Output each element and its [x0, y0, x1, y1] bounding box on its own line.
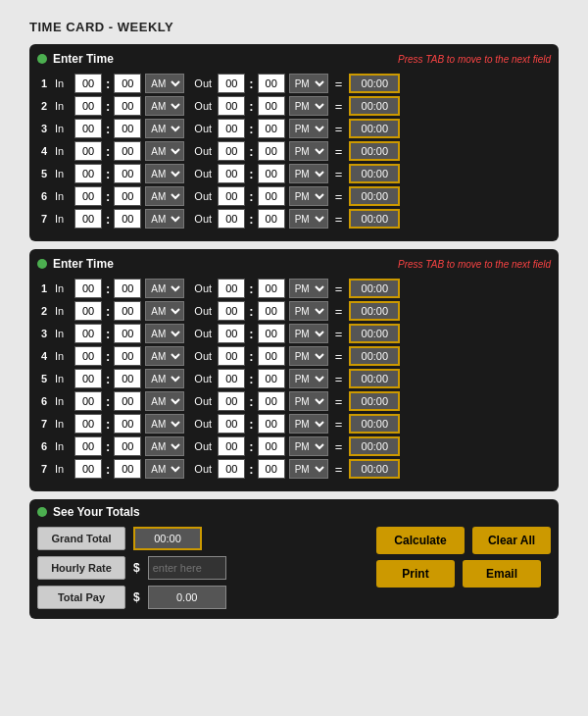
in-hour-input[interactable]	[74, 96, 102, 116]
in-hour-input[interactable]	[74, 119, 102, 138]
in-hour-input[interactable]	[74, 74, 102, 93]
out-ampm-select[interactable]: AM PM	[289, 414, 328, 434]
in-hour-input[interactable]	[74, 164, 102, 183]
in-minute-input[interactable]	[114, 186, 141, 206]
in-minute-input[interactable]	[114, 96, 141, 116]
in-minute-input[interactable]	[114, 346, 141, 366]
out-ampm-select[interactable]: AM PM	[289, 186, 328, 206]
out-minute-input[interactable]	[258, 414, 285, 434]
out-ampm-select[interactable]: AM PM	[289, 459, 328, 479]
in-hour-input[interactable]	[74, 369, 102, 388]
out-minute-input[interactable]	[258, 346, 285, 366]
clear-all-button[interactable]: Clear All	[472, 527, 551, 554]
out-ampm-select[interactable]: AM PM	[289, 164, 328, 183]
out-hour-input[interactable]	[218, 119, 245, 138]
in-minute-input[interactable]	[114, 209, 141, 229]
in-ampm-select[interactable]: AM PM	[145, 369, 184, 388]
in-hour-input[interactable]	[74, 391, 102, 411]
in-minute-input[interactable]	[114, 459, 141, 479]
out-hour-input[interactable]	[218, 186, 245, 206]
in-hour-input[interactable]	[74, 459, 102, 479]
out-minute-input[interactable]	[258, 96, 285, 116]
out-minute-input[interactable]	[258, 369, 285, 388]
in-ampm-select[interactable]: AM PM	[145, 119, 184, 138]
out-minute-input[interactable]	[258, 459, 285, 479]
in-ampm-select[interactable]: AM PM	[145, 324, 184, 343]
in-hour-input[interactable]	[74, 346, 102, 366]
out-hour-input[interactable]	[218, 324, 245, 343]
in-hour-input[interactable]	[74, 186, 102, 206]
out-minute-input[interactable]	[258, 324, 285, 343]
in-minute-input[interactable]	[114, 74, 141, 93]
out-hour-input[interactable]	[218, 141, 245, 161]
out-hour-input[interactable]	[218, 391, 245, 411]
out-ampm-select[interactable]: AM PM	[289, 209, 328, 229]
print-button[interactable]: Print	[376, 560, 455, 588]
in-ampm-select[interactable]: AM PM	[145, 436, 184, 456]
out-ampm-select[interactable]: AM PM	[289, 324, 328, 343]
in-minute-input[interactable]	[114, 369, 141, 388]
out-minute-input[interactable]	[258, 186, 285, 206]
in-ampm-select[interactable]: AM PM	[145, 279, 184, 298]
in-ampm-select[interactable]: AM PM	[145, 141, 184, 161]
out-hour-input[interactable]	[218, 459, 245, 479]
in-hour-input[interactable]	[74, 141, 102, 161]
email-button[interactable]: Email	[463, 560, 541, 588]
out-ampm-select[interactable]: AM PM	[289, 96, 328, 116]
in-ampm-select[interactable]: AM PM	[145, 459, 184, 479]
out-ampm-select[interactable]: AM PM	[289, 74, 328, 93]
in-hour-input[interactable]	[74, 324, 102, 343]
in-ampm-select[interactable]: AM PM	[145, 391, 184, 411]
in-ampm-select[interactable]: AM PM	[145, 346, 184, 366]
out-hour-input[interactable]	[218, 436, 245, 456]
out-ampm-select[interactable]: AM PM	[289, 346, 328, 366]
out-ampm-select[interactable]: AM PM	[289, 301, 328, 321]
in-ampm-select[interactable]: AM PM	[145, 209, 184, 229]
in-ampm-select[interactable]: AM PM	[145, 186, 184, 206]
out-hour-input[interactable]	[218, 414, 245, 434]
out-minute-input[interactable]	[258, 301, 285, 321]
out-minute-input[interactable]	[258, 391, 285, 411]
hourly-rate-input[interactable]	[148, 556, 226, 580]
in-hour-input[interactable]	[74, 301, 102, 321]
in-minute-input[interactable]	[114, 119, 141, 138]
out-minute-input[interactable]	[258, 436, 285, 456]
in-minute-input[interactable]	[114, 324, 141, 343]
out-hour-input[interactable]	[218, 209, 245, 229]
in-ampm-select[interactable]: AM PM	[145, 414, 184, 434]
out-hour-input[interactable]	[218, 164, 245, 183]
out-minute-input[interactable]	[258, 209, 285, 229]
in-minute-input[interactable]	[114, 164, 141, 183]
out-ampm-select[interactable]: AM PM	[289, 141, 328, 161]
out-hour-input[interactable]	[218, 279, 245, 298]
in-ampm-select[interactable]: AM PM	[145, 301, 184, 321]
in-hour-input[interactable]	[74, 414, 102, 434]
out-minute-input[interactable]	[258, 164, 285, 183]
out-minute-input[interactable]	[258, 279, 285, 298]
out-hour-input[interactable]	[218, 301, 245, 321]
in-minute-input[interactable]	[114, 391, 141, 411]
out-ampm-select[interactable]: AM PM	[289, 391, 328, 411]
in-hour-input[interactable]	[74, 436, 102, 456]
out-hour-input[interactable]	[218, 346, 245, 366]
in-minute-input[interactable]	[114, 279, 141, 298]
in-minute-input[interactable]	[114, 301, 141, 321]
in-minute-input[interactable]	[114, 414, 141, 434]
in-hour-input[interactable]	[74, 279, 102, 298]
calculate-button[interactable]: Calculate	[376, 527, 465, 554]
in-ampm-select[interactable]: AM PM	[145, 96, 184, 116]
out-hour-input[interactable]	[218, 369, 245, 388]
in-ampm-select[interactable]: AM PM	[145, 164, 184, 183]
in-minute-input[interactable]	[114, 141, 141, 161]
out-ampm-select[interactable]: AM PM	[289, 436, 328, 456]
out-hour-input[interactable]	[218, 74, 245, 93]
in-minute-input[interactable]	[114, 436, 141, 456]
in-ampm-select[interactable]: AM PM	[145, 74, 184, 93]
out-minute-input[interactable]	[258, 119, 285, 138]
out-minute-input[interactable]	[258, 141, 285, 161]
out-minute-input[interactable]	[258, 74, 285, 93]
out-ampm-select[interactable]: AM PM	[289, 369, 328, 388]
out-ampm-select[interactable]: AM PM	[289, 119, 328, 138]
out-ampm-select[interactable]: AM PM	[289, 279, 328, 298]
in-hour-input[interactable]	[74, 209, 102, 229]
